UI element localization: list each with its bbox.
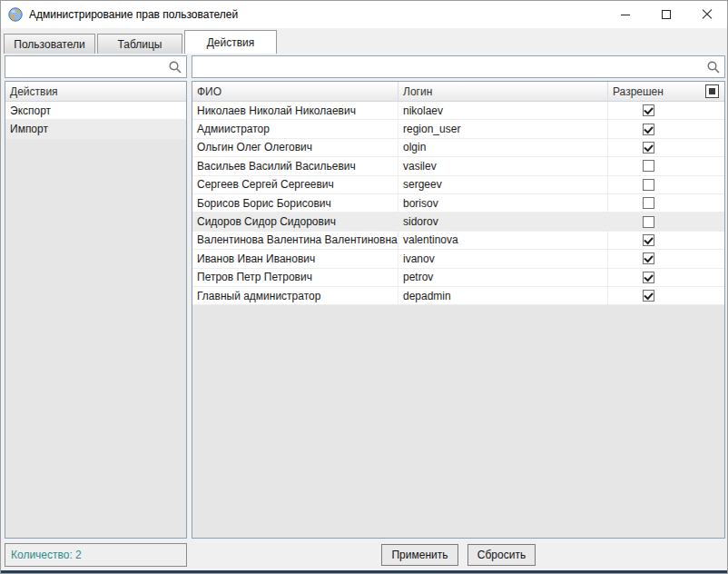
- reset-button[interactable]: Сбросить: [467, 544, 536, 566]
- table-row[interactable]: Сергеев Сергей Сергеевичsergeev: [192, 176, 724, 194]
- app-window: Администрирование прав пользователей Пол…: [0, 0, 728, 574]
- login-text: valentinova: [403, 233, 458, 246]
- checkbox-unchecked-icon[interactable]: [643, 216, 654, 228]
- checkbox-unchecked-icon[interactable]: [643, 197, 654, 209]
- tab-strip: ПользователиТаблицыДействия: [4, 28, 279, 54]
- cell-login: sidorov: [398, 213, 608, 230]
- list-item[interactable]: Экспорт: [5, 102, 186, 120]
- actions-list-header[interactable]: Действия: [5, 82, 186, 102]
- title-bar[interactable]: Администрирование прав пользователей: [1, 1, 727, 28]
- magnifier-icon: [168, 60, 182, 74]
- checkbox-checked-icon[interactable]: [643, 234, 654, 246]
- cell-fio: Николаев Николай Николаевич: [192, 102, 398, 119]
- users-search-input[interactable]: [192, 56, 706, 77]
- checkbox-checked-icon[interactable]: [643, 142, 654, 153]
- cell-allowed: [608, 176, 724, 193]
- cell-login: nikolaev: [398, 102, 608, 119]
- fio-text: Васильев Василий Васильевич: [197, 160, 356, 173]
- table-row[interactable]: Петров Петр Петровичpetrov: [192, 269, 724, 287]
- cell-allowed: [608, 139, 724, 156]
- cell-login: olgin: [398, 139, 608, 156]
- tab-0[interactable]: Пользователи: [4, 34, 95, 54]
- column-header-fio[interactable]: ФИО: [192, 82, 398, 101]
- users-search-box: [192, 55, 725, 78]
- login-text: depadmin: [403, 290, 451, 302]
- checkbox-checked-icon[interactable]: [643, 290, 654, 302]
- users-table-header[interactable]: ФИО Логин Разрешен: [192, 82, 724, 102]
- checkbox-checked-icon[interactable]: [643, 104, 654, 116]
- cell-fio: Главный администратор: [192, 287, 398, 304]
- actions-search-input[interactable]: [5, 56, 168, 77]
- cell-fio: Ольгин Олег Олегович: [192, 139, 398, 156]
- cell-allowed: [608, 269, 724, 286]
- cell-fio: Иванов Иван Иванович: [192, 250, 398, 267]
- select-all-icon[interactable]: [705, 84, 719, 98]
- tab-1[interactable]: Таблицы: [97, 34, 182, 54]
- users-table-panel: ФИО Логин Разрешен Николаев Николай Нико…: [192, 81, 725, 539]
- actions-search-box: [5, 55, 187, 78]
- login-text: sergeev: [403, 178, 442, 191]
- table-row[interactable]: Васильев Василий Васильевичvasilev: [192, 157, 724, 175]
- cell-fio: Адмиистратор: [192, 120, 398, 137]
- fio-text: Петров Петр Петрович: [197, 271, 312, 283]
- fio-text: Главный администратор: [197, 290, 320, 302]
- maximize-button[interactable]: [645, 1, 686, 28]
- checkbox-checked-icon[interactable]: [643, 252, 654, 264]
- fio-text: Адмиистратор: [197, 123, 270, 135]
- globe-icon: [8, 7, 23, 22]
- checkbox-checked-icon[interactable]: [643, 124, 654, 135]
- list-item[interactable]: Импорт: [5, 120, 186, 138]
- fio-text: Иванов Иван Иванович: [197, 252, 315, 265]
- cell-allowed: [608, 194, 724, 212]
- cell-fio: Борисов Борис Борисович: [192, 194, 398, 212]
- cell-allowed: [608, 213, 724, 230]
- minimize-button[interactable]: [605, 1, 645, 28]
- cell-login: valentinova: [398, 232, 608, 249]
- tab-label: Таблицы: [117, 38, 162, 51]
- list-item-label: Экспорт: [10, 104, 51, 117]
- cell-fio: Сергеев Сергей Сергеевич: [192, 176, 398, 193]
- close-icon: [702, 9, 713, 20]
- cell-allowed: [608, 102, 724, 119]
- close-button[interactable]: [686, 1, 727, 28]
- fio-text: Николаев Николай Николаевич: [197, 104, 356, 117]
- fio-text: Сидоров Сидор Сидорович: [197, 215, 336, 228]
- fio-text: Сергеев Сергей Сергеевич: [197, 178, 334, 191]
- tab-2[interactable]: Действия: [184, 30, 277, 54]
- window-title: Администрирование прав пользователей: [29, 8, 238, 21]
- tab-label: Действия: [207, 36, 255, 49]
- users-table-body: Николаев Николай НиколаевичnikolaevАдмии…: [192, 102, 724, 305]
- checkbox-checked-icon[interactable]: [643, 272, 654, 283]
- apply-button[interactable]: Применить: [381, 544, 458, 566]
- maximize-icon: [662, 10, 671, 19]
- table-row[interactable]: Николаев Николай Николаевичnikolaev: [192, 102, 724, 120]
- cell-allowed: [608, 232, 724, 249]
- table-row[interactable]: Иванов Иван Ивановичivanov: [192, 250, 724, 268]
- window-controls: [605, 1, 727, 28]
- fio-text: Валентинова Валентина Валентиновна: [197, 233, 398, 246]
- checkbox-unchecked-icon[interactable]: [643, 160, 654, 172]
- login-text: vasilev: [403, 160, 437, 173]
- cell-login: region_user: [398, 120, 608, 137]
- cell-login: petrov: [398, 269, 608, 286]
- checkbox-unchecked-icon[interactable]: [643, 179, 654, 191]
- table-row[interactable]: Адмиистраторregion_user: [192, 120, 724, 138]
- actions-column-header: Действия: [10, 85, 58, 98]
- minimize-icon: [621, 15, 630, 15]
- fio-text: Ольгин Олег Олегович: [197, 141, 312, 153]
- cell-allowed: [608, 157, 724, 174]
- table-row[interactable]: Борисов Борис Борисовичborisov: [192, 194, 724, 213]
- table-row[interactable]: Главный администраторdepadmin: [192, 287, 724, 305]
- login-text: nikolaev: [403, 104, 443, 117]
- column-header-allowed[interactable]: Разрешен: [608, 82, 724, 101]
- login-text: region_user: [403, 123, 460, 135]
- table-row[interactable]: Сидоров Сидор Сидоровичsidorov: [192, 213, 724, 231]
- column-header-login[interactable]: Логин: [398, 82, 608, 101]
- table-row[interactable]: Ольгин Олег Олеговичolgin: [192, 139, 724, 157]
- cell-login: depadmin: [398, 287, 608, 304]
- table-row[interactable]: Валентинова Валентина Валентиновнаvalent…: [192, 232, 724, 250]
- actions-list: ЭкспортИмпорт: [5, 102, 186, 139]
- cell-login: borisov: [398, 194, 608, 212]
- login-text: sidorov: [403, 215, 438, 228]
- login-text: ivanov: [403, 252, 435, 265]
